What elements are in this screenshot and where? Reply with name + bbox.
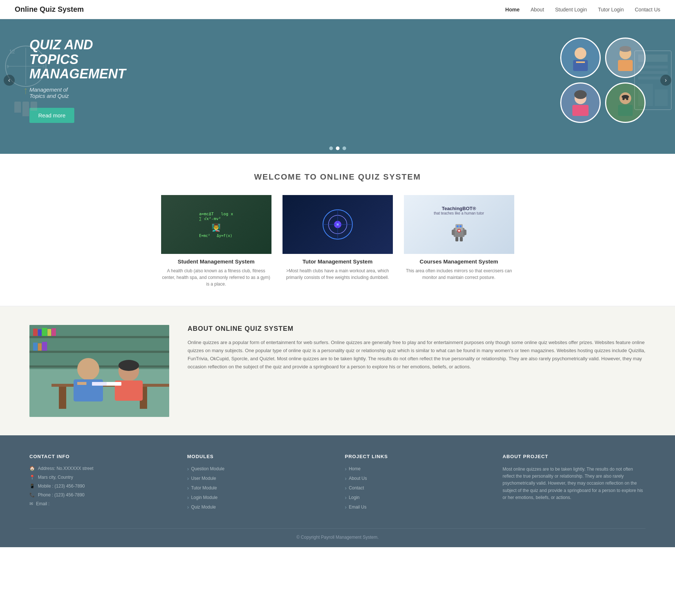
svg-rect-23 — [638, 71, 668, 74]
footer-modules-title: MODULES — [187, 454, 330, 459]
footer-mobile: 📱 Mobile : (123) 456-7890 — [29, 484, 173, 489]
svg-point-35 — [456, 225, 459, 227]
footer-phone: 📞 Phone : (123) 456-7890 — [29, 492, 173, 498]
svg-rect-62 — [77, 382, 86, 385]
svg-rect-53 — [51, 328, 56, 336]
slider-dots — [0, 141, 675, 154]
footer: CONTACT INFO 🏠 Address: No.XXXXXX street… — [0, 435, 675, 547]
navbar-brand: Online Quiz System — [15, 5, 84, 14]
nav-about[interactable]: About — [530, 7, 544, 13]
svg-rect-58 — [59, 387, 66, 409]
link-contact[interactable]: Contact — [345, 485, 488, 491]
svg-rect-54 — [33, 343, 38, 351]
svg-rect-22 — [638, 66, 668, 68]
nav-home[interactable]: Home — [505, 7, 520, 13]
link-email-us[interactable]: Email Us — [345, 504, 488, 510]
svg-rect-67 — [92, 382, 107, 386]
card-student-title: Student Management System — [161, 258, 271, 265]
link-home[interactable]: Home — [345, 466, 488, 472]
card-student-image: a=mcΔT log x ∑ √x²-mv² 👨‍🏫 E=mc² Δy=f(x) — [161, 195, 271, 254]
nav-student-login[interactable]: Student Login — [555, 7, 587, 13]
svg-rect-52 — [47, 329, 51, 336]
footer-email: ✉ Email : — [29, 501, 173, 506]
link-about-us[interactable]: About Us — [345, 475, 488, 481]
footer-project-links-col: PROJECT LINKS Home About Us Contact Logi… — [345, 454, 488, 514]
footer-address: 🏠 Address: No.XXXXXX street — [29, 466, 173, 471]
svg-rect-37 — [452, 230, 455, 235]
welcome-title: WELCOME TO ONLINE QUIZ SYSTEM — [29, 172, 646, 182]
email-icon: ✉ — [29, 501, 33, 506]
card-tutor-title: Tutor Management System — [283, 258, 393, 265]
footer-modules-col: MODULES Question Module User Module Tuto… — [187, 454, 330, 514]
module-quiz[interactable]: Quiz Module — [187, 504, 330, 510]
avatar-3 — [560, 82, 601, 123]
footer-about-title: ABOUT PROJECT — [502, 454, 646, 459]
nav-links: Home About Student Login Tutor Login Con… — [505, 7, 660, 13]
card-courses-title: Courses Management System — [404, 258, 514, 265]
navbar: Online Quiz System Home About Student Lo… — [0, 0, 675, 19]
card-tutor-image — [283, 195, 393, 254]
svg-point-32 — [337, 223, 339, 226]
about-content: ABOUT ONLINE QUIZ SYSTEM Online quizzes … — [188, 325, 646, 371]
footer-modules-list: Question Module User Module Tutor Module… — [187, 466, 330, 510]
module-tutor[interactable]: Tutor Module — [187, 485, 330, 491]
svg-rect-21 — [638, 54, 668, 62]
cards-row: a=mcΔT log x ∑ √x²-mv² 👨‍🏫 E=mc² Δy=f(x)… — [29, 195, 646, 287]
card-tutor-management: Tutor Management System >Most health clu… — [283, 195, 393, 287]
phone-icon: 📞 — [29, 492, 35, 498]
welcome-section: WELCOME TO ONLINE QUIZ SYSTEM a=mcΔT log… — [0, 154, 675, 306]
card-student-desc: A health club (also known as a fitness c… — [161, 268, 271, 287]
svg-rect-51 — [42, 328, 47, 336]
svg-point-14 — [574, 90, 587, 99]
card-courses-management: TeachingBOT® that teaches like a human t… — [404, 195, 514, 287]
footer-contact-col: CONTACT INFO 🏠 Address: No.XXXXXX street… — [29, 454, 173, 514]
hero-prev-button[interactable]: ‹ — [4, 75, 15, 86]
footer-project-list: Home About Us Contact Login Email Us — [345, 466, 488, 510]
svg-rect-13 — [572, 105, 589, 116]
footer-grid: CONTACT INFO 🏠 Address: No.XXXXXX street… — [29, 454, 646, 514]
card-courses-desc: This area often includes mirrors so that… — [404, 268, 514, 281]
link-login[interactable]: Login — [345, 495, 488, 500]
svg-point-19 — [622, 98, 625, 100]
about-text: Online quizzes are a popular form of ent… — [188, 339, 646, 371]
mobile-icon: 📱 — [29, 484, 35, 489]
hero-next-button[interactable]: › — [660, 75, 671, 86]
nav-tutor-login[interactable]: Tutor Login — [598, 7, 624, 13]
module-question[interactable]: Question Module — [187, 466, 330, 472]
svg-text:3: 3 — [43, 65, 45, 69]
svg-text:12: 12 — [9, 49, 15, 54]
module-login[interactable]: Login Module — [187, 495, 330, 500]
svg-point-6 — [575, 47, 586, 59]
footer-project-title: PROJECT LINKS — [345, 454, 488, 459]
footer-copyright: © Copyright Payroll Management System. — [29, 528, 646, 540]
svg-rect-46 — [29, 336, 169, 338]
card-courses-image: TeachingBOT® that teaches like a human t… — [404, 195, 514, 254]
svg-text:9: 9 — [7, 65, 9, 69]
svg-rect-38 — [463, 230, 466, 235]
svg-rect-55 — [38, 343, 42, 351]
about-image — [29, 325, 169, 417]
svg-rect-39 — [455, 237, 458, 241]
svg-point-36 — [459, 225, 462, 227]
about-section: ABOUT ONLINE QUIZ SYSTEM Online quizzes … — [0, 307, 675, 435]
module-user[interactable]: User Module — [187, 475, 330, 481]
card-tutor-desc: >Most health clubs have a main workout a… — [283, 268, 393, 281]
about-image-container — [29, 325, 169, 417]
dot-2[interactable] — [336, 146, 340, 150]
footer-about-col: ABOUT PROJECT Most online quizzes are to… — [502, 454, 646, 514]
footer-about-text: Most online quizzes are to be taken ligh… — [502, 466, 646, 501]
svg-rect-43 — [459, 230, 459, 232]
svg-rect-25 — [638, 84, 653, 106]
nav-contact[interactable]: Contact Us — [635, 7, 660, 13]
svg-rect-49 — [33, 329, 38, 336]
svg-rect-8 — [576, 61, 585, 63]
svg-point-60 — [77, 358, 99, 380]
card-student-management: a=mcΔT log x ∑ √x²-mv² 👨‍🏫 E=mc² Δy=f(x)… — [161, 195, 271, 287]
location-icon: 📍 — [29, 475, 35, 480]
home-icon: 🏠 — [29, 466, 35, 471]
svg-rect-50 — [38, 329, 42, 336]
dot-1[interactable] — [329, 146, 333, 150]
svg-rect-47 — [29, 351, 169, 353]
avatar-1 — [560, 38, 601, 78]
dot-3[interactable] — [342, 146, 346, 150]
